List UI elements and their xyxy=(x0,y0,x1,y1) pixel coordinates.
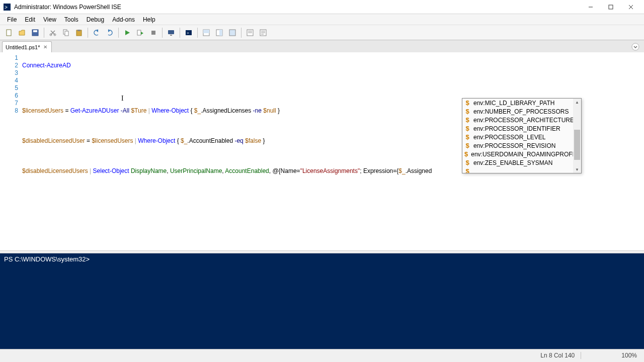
menubar: File Edit View Tools Debug Add-ons Help xyxy=(0,14,644,25)
intellisense-popup[interactable]: $env:MIC_LD_LIBRARY_PATH $env:NUMBER_OF_… xyxy=(462,98,582,173)
console-prompt: PS C:\WINDOWS\system32> xyxy=(4,255,90,263)
intellisense-item[interactable]: $env:PROCESSOR_ARCHITECTURE xyxy=(462,116,581,124)
intellisense-item[interactable]: $env:USERDOMAIN_ROAMINGPROFILE xyxy=(462,150,581,158)
svg-rect-6 xyxy=(7,30,11,36)
svg-text:>: > xyxy=(5,5,8,10)
intellisense-item[interactable]: $env:ZES_ENABLE_SYSMAN xyxy=(462,158,581,167)
svg-rect-18 xyxy=(170,35,172,36)
close-button[interactable] xyxy=(621,0,641,14)
svg-rect-15 xyxy=(137,30,141,35)
show-command-addon-button[interactable] xyxy=(257,27,269,39)
show-script-right-button[interactable] xyxy=(213,27,225,39)
svg-point-33 xyxy=(632,43,639,50)
console-pane[interactable]: PS C:\WINDOWS\system32> xyxy=(0,253,644,349)
cut-button[interactable] xyxy=(47,27,59,39)
variable-icon: $ xyxy=(464,125,470,132)
svg-rect-25 xyxy=(229,30,235,36)
statusbar: Ln 8 Col 140 100% xyxy=(0,349,644,361)
scroll-down-icon[interactable]: ▼ xyxy=(573,166,581,173)
save-button[interactable] xyxy=(29,27,41,39)
text-cursor-icon: I xyxy=(121,95,124,103)
powershell-tab-button[interactable]: > xyxy=(183,27,195,39)
intellisense-item[interactable]: $_ xyxy=(462,167,581,173)
open-button[interactable] xyxy=(16,27,28,39)
variable-icon: $ xyxy=(464,108,470,115)
paste-button[interactable] xyxy=(73,27,85,39)
minimize-button[interactable] xyxy=(581,0,601,14)
svg-rect-12 xyxy=(65,31,68,36)
expand-script-icon[interactable] xyxy=(631,42,640,51)
toolbar: > xyxy=(0,25,644,40)
tab-label: Untitled1.ps1* xyxy=(6,44,40,50)
intellisense-item[interactable]: $env:MIC_LD_LIBRARY_PATH xyxy=(462,99,581,107)
svg-rect-24 xyxy=(219,30,222,36)
intellisense-item[interactable]: $env:PROCESSOR_IDENTIFIER xyxy=(462,124,581,133)
redo-button[interactable] xyxy=(104,27,116,39)
new-button[interactable] xyxy=(3,27,15,39)
window-controls xyxy=(581,0,641,14)
svg-rect-22 xyxy=(203,30,209,33)
run-selection-button[interactable] xyxy=(134,27,146,39)
menu-view[interactable]: View xyxy=(39,15,60,24)
scroll-up-icon[interactable]: ▲ xyxy=(573,99,581,106)
app-icon: > xyxy=(3,3,11,11)
file-tab[interactable]: Untitled1.ps1* ✕ xyxy=(2,41,52,52)
copy-button[interactable] xyxy=(60,27,72,39)
svg-rect-14 xyxy=(77,30,80,31)
menu-debug[interactable]: Debug xyxy=(83,15,108,24)
svg-text:>: > xyxy=(187,31,189,35)
line-gutter: 12345678 xyxy=(0,52,22,250)
stop-button[interactable] xyxy=(147,27,159,39)
variable-icon: $ xyxy=(464,116,470,124)
menu-addons[interactable]: Add-ons xyxy=(108,15,139,24)
tabbar: Untitled1.ps1* ✕ xyxy=(0,40,644,52)
window-title: Administrator: Windows PowerShell ISE xyxy=(14,4,581,11)
intellisense-item[interactable]: $env:PROCESSOR_LEVEL xyxy=(462,133,581,141)
titlebar: > Administrator: Windows PowerShell ISE xyxy=(0,0,644,14)
new-remote-button[interactable] xyxy=(165,27,177,39)
svg-rect-8 xyxy=(33,30,37,32)
show-command-button[interactable] xyxy=(244,27,256,39)
menu-help[interactable]: Help xyxy=(139,15,159,24)
variable-icon: $ xyxy=(464,142,470,149)
run-button[interactable] xyxy=(121,27,133,39)
intellisense-item[interactable]: $env:NUMBER_OF_PROCESSORS xyxy=(462,107,581,116)
intellisense-item[interactable]: $env:PROCESSOR_REVISION xyxy=(462,141,581,150)
tab-close-icon[interactable]: ✕ xyxy=(42,44,48,50)
variable-icon: $ xyxy=(464,133,470,141)
svg-rect-16 xyxy=(151,31,155,35)
undo-button[interactable] xyxy=(91,27,103,39)
variable-icon: $ xyxy=(464,99,470,107)
svg-rect-17 xyxy=(168,30,174,34)
zoom-level: 100% xyxy=(581,352,637,359)
menu-tools[interactable]: Tools xyxy=(60,15,83,24)
variable-icon: $ xyxy=(464,159,470,166)
intellisense-scrollbar[interactable]: ▲ ▼ xyxy=(573,99,581,173)
svg-rect-3 xyxy=(609,5,613,9)
show-script-button[interactable] xyxy=(200,27,212,39)
variable-icon: $ xyxy=(464,167,470,173)
maximize-button[interactable] xyxy=(601,0,621,14)
menu-edit[interactable]: Edit xyxy=(21,15,39,24)
cursor-position: Ln 8 Col 140 xyxy=(540,352,575,359)
menu-file[interactable]: File xyxy=(3,15,21,24)
scroll-thumb[interactable] xyxy=(574,130,580,160)
show-script-max-button[interactable] xyxy=(226,27,238,39)
variable-icon: $ xyxy=(464,150,468,158)
